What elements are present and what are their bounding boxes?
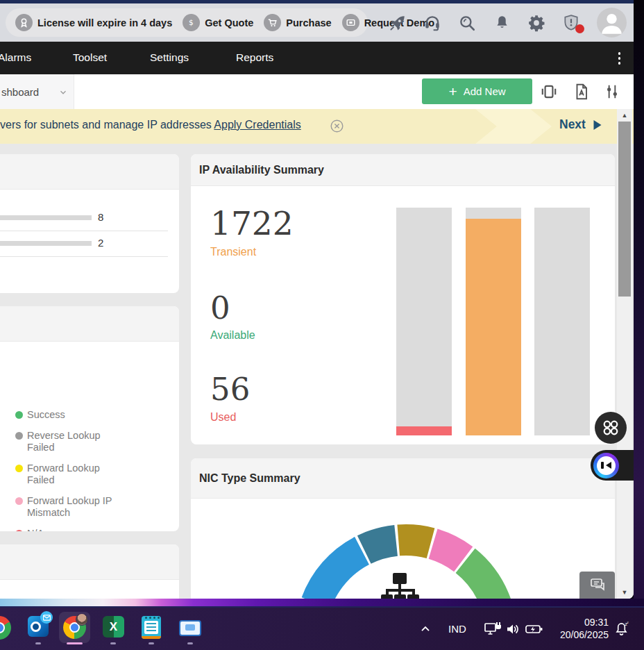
apps-grid-icon [602,419,620,437]
headset-support-icon[interactable] [423,14,441,32]
user-avatar[interactable] [597,8,627,38]
screen-icon [342,14,359,31]
get-quote-button[interactable]: $ Get Quote [183,14,253,31]
windows-taskbar: X IND 09:31 20/06/2025 zz [0,608,644,650]
widget-settings-sliders-icon[interactable] [603,83,621,101]
remote-app-icon [179,620,201,636]
banner-message: vers for subnets and manage IP addresses… [0,119,301,131]
legend-dot [15,530,23,531]
gear-settings-icon[interactable] [527,14,545,32]
legend-item[interactable]: N/A [15,528,126,531]
tray-volume-icon[interactable] [505,608,521,650]
ip-bar-available [466,208,521,435]
taskbar-excel[interactable]: X [103,616,124,638]
dns-status-widget-header [0,306,179,342]
legend-item[interactable]: Reverse Lookup Failed [15,430,126,453]
legend-item[interactable]: Success [15,409,126,421]
taskbar-chrome-active[interactable] [59,612,90,643]
tray-clock[interactable]: 09:31 20/06/2025 [552,608,609,650]
page-scrollbar[interactable]: ▲ ▼ [617,109,632,599]
dollar-icon: $ [183,14,200,31]
notifications-bell-icon[interactable] [493,14,511,32]
excel-icon: X [103,616,124,638]
dashboard-content: 8 2 Success Reverse Lookup Failed Forwar… [0,144,634,599]
nav-overflow-kebab-icon[interactable] [618,52,621,65]
browser-window: License will expire in 4 days $ Get Quot… [0,3,634,599]
legend-dot [15,432,23,440]
search-icon[interactable] [458,14,476,32]
export-pdf-icon[interactable] [573,83,591,101]
nav-item-reports[interactable]: Reports [236,51,273,64]
ip-availability-summary-card: IP Availability Summary 1722 Transient 0… [191,154,615,444]
svg-text:$: $ [189,18,194,27]
scrollbar-thumb[interactable] [618,122,631,297]
next-triangle-icon [593,120,602,130]
bar-value: 8 [98,211,103,223]
apply-credentials-link[interactable]: Apply Credentials [214,119,300,131]
legend-dot [15,497,23,505]
page-toolbar: shboard + Add New [0,74,634,109]
nav-item-settings[interactable]: Settings [150,51,189,64]
cart-icon [264,14,281,31]
chat-bubbles-icon [588,576,607,594]
license-text: License will expire in 4 days [37,17,172,28]
plus-icon: + [448,84,457,99]
outlook-icon [28,616,49,637]
tray-date: 20/06/2025 [552,628,609,641]
bar-value: 2 [98,237,103,249]
tray-hidden-icons-chevron[interactable] [418,608,432,650]
banner-next-button[interactable]: Next [559,117,602,132]
nav-item-alarms[interactable]: Alarms [0,51,31,64]
stat-transient-value: 1722 [210,204,294,242]
left-widget-partial-header [0,544,179,580]
legend-item[interactable]: Forward Lookup Failed [15,462,126,486]
carousel-view-icon[interactable] [540,83,558,101]
stat-used-label: Used [210,411,236,424]
banner-dismiss-icon[interactable] [330,119,344,133]
running-indicator [35,642,41,644]
nav-item-toolset[interactable]: Toolset [73,51,107,64]
chat-button[interactable] [579,572,615,599]
svg-text:z: z [627,621,629,624]
mail-badge-icon [40,611,53,624]
active-indicator [67,642,83,644]
dashboard-selector[interactable]: shboard [0,74,74,109]
stat-available-value: 0 [210,290,230,326]
tray-language[interactable]: IND [448,608,466,650]
purchase-button[interactable]: Purchase [264,14,331,31]
card-title: NIC Type Summary [199,472,300,485]
ip-bar-transient [396,208,452,435]
taskbar-remote-app[interactable] [179,620,201,636]
security-shield-icon[interactable] [562,14,580,32]
dns-status-widget: Success Reverse Lookup Failed Forward Lo… [0,306,179,531]
chart-legend: Success Reverse Lookup Failed Forward Lo… [15,409,126,531]
taskbar-chrome-partial[interactable] [0,616,11,640]
taskbar-notepad[interactable] [142,616,161,639]
dashboard-label: shboard [1,86,39,98]
scrollbar-up-arrow[interactable]: ▲ [617,110,632,120]
chrome-profile-avatar [76,613,88,626]
apps-launcher-button[interactable] [595,412,627,444]
tray-time: 09:31 [552,616,609,628]
running-indicator [110,642,116,644]
legend-item[interactable]: Forward Lookup IP Mismatch [15,495,126,519]
tray-notifications-bell-icon[interactable]: zz [613,608,629,650]
taskbar-outlook[interactable] [28,616,49,637]
banner-arrow-shape [475,109,552,144]
wallpaper-bloom-band [0,599,644,608]
stat-used-value: 56 [210,371,250,408]
wallpaper-right-strip [634,0,644,650]
rocket-icon[interactable] [389,14,407,32]
tray-network-icon[interactable] [484,608,502,650]
left-widget-bars: 8 2 [0,154,179,293]
scrollbar-down-arrow[interactable]: ▼ [617,588,632,597]
running-indicator [187,642,193,644]
network-sitemap-icon [381,573,419,599]
nic-donut-chart [191,499,615,599]
assistant-bot-button[interactable] [591,450,634,481]
add-new-button[interactable]: + Add New [422,78,532,104]
license-status[interactable]: License will expire in 4 days [15,14,172,31]
donut-segment [302,537,369,599]
tray-battery-icon[interactable] [525,608,543,650]
card-title: IP Availability Summary [199,164,324,176]
